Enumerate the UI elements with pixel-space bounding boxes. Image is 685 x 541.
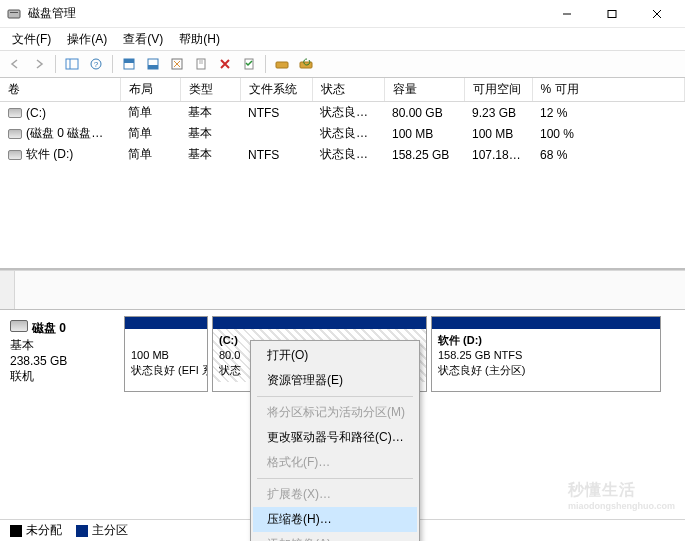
minimize-button[interactable] bbox=[544, 0, 589, 28]
view-bottom-icon[interactable] bbox=[142, 53, 164, 75]
menu-action[interactable]: 操作(A) bbox=[59, 29, 115, 50]
volume-table: 卷 布局 类型 文件系统 状态 容量 可用空间 % 可用 (C:)简单基本NTF… bbox=[0, 78, 685, 165]
back-button[interactable] bbox=[4, 53, 26, 75]
menu-file[interactable]: 文件(F) bbox=[4, 29, 59, 50]
forward-button[interactable] bbox=[28, 53, 50, 75]
svg-rect-0 bbox=[8, 10, 20, 18]
disk-status: 联机 bbox=[10, 368, 116, 385]
menubar: 文件(F) 操作(A) 查看(V) 帮助(H) bbox=[0, 28, 685, 50]
ctx-shrink[interactable]: 压缩卷(H)… bbox=[253, 507, 417, 532]
disk-meta: 磁盘 0 基本 238.35 GB 联机 bbox=[8, 316, 118, 392]
menu-help[interactable]: 帮助(H) bbox=[171, 29, 228, 50]
table-row[interactable]: 软件 (D:)简单基本NTFS状态良好 (…158.25 GB107.18 …6… bbox=[0, 144, 685, 165]
delete-icon[interactable] bbox=[214, 53, 236, 75]
swatch-black-icon bbox=[10, 525, 22, 537]
disk-size: 238.35 GB bbox=[10, 354, 116, 368]
ctx-format: 格式化(F)… bbox=[253, 450, 417, 475]
view-top-icon[interactable] bbox=[118, 53, 140, 75]
ctx-extend: 扩展卷(X)… bbox=[253, 482, 417, 507]
svg-text:?: ? bbox=[94, 60, 99, 69]
context-menu: 打开(O) 资源管理器(E) 将分区标记为活动分区(M) 更改驱动器号和路径(C… bbox=[250, 340, 420, 541]
col-pct[interactable]: % 可用 bbox=[532, 78, 685, 102]
toolbar: ? bbox=[0, 50, 685, 78]
svg-rect-19 bbox=[276, 62, 288, 68]
ctx-mark-active: 将分区标记为活动分区(M) bbox=[253, 400, 417, 425]
volume-table-wrap: 卷 布局 类型 文件系统 状态 容量 可用空间 % 可用 (C:)简单基本NTF… bbox=[0, 78, 685, 270]
disk-icon bbox=[10, 320, 28, 332]
col-volume[interactable]: 卷 bbox=[0, 78, 120, 102]
toolbar-separator bbox=[112, 55, 113, 73]
ctx-separator bbox=[257, 478, 413, 479]
ctx-mirror: 添加镜像(A)… bbox=[253, 532, 417, 541]
menu-view[interactable]: 查看(V) bbox=[115, 29, 171, 50]
legend-primary: 主分区 bbox=[76, 522, 128, 539]
ctx-separator bbox=[257, 396, 413, 397]
panel-toggle-icon[interactable] bbox=[61, 53, 83, 75]
close-button[interactable] bbox=[634, 0, 679, 28]
volume-icon bbox=[8, 108, 22, 118]
legend-unallocated: 未分配 bbox=[10, 522, 62, 539]
svg-rect-11 bbox=[124, 59, 134, 63]
properties-icon[interactable] bbox=[190, 53, 212, 75]
col-layout[interactable]: 布局 bbox=[120, 78, 180, 102]
watermark: 秒懂生活 miaodongshenghuo.com bbox=[568, 480, 675, 511]
col-type[interactable]: 类型 bbox=[180, 78, 240, 102]
ctx-change-drive[interactable]: 更改驱动器号和路径(C)… bbox=[253, 425, 417, 450]
titlebar: 磁盘管理 bbox=[0, 0, 685, 28]
swatch-blue-icon bbox=[76, 525, 88, 537]
table-row[interactable]: (磁盘 0 磁盘分区 1)简单基本状态良好 (…100 MB100 MB100 … bbox=[0, 123, 685, 144]
svg-rect-1 bbox=[10, 12, 18, 13]
ctx-explorer[interactable]: 资源管理器(E) bbox=[253, 368, 417, 393]
volume-icon bbox=[8, 150, 22, 160]
svg-rect-13 bbox=[148, 65, 158, 69]
maximize-button[interactable] bbox=[589, 0, 634, 28]
column-header-row: 卷 布局 类型 文件系统 状态 容量 可用空间 % 可用 bbox=[0, 78, 685, 102]
col-status[interactable]: 状态 bbox=[312, 78, 384, 102]
partition[interactable]: 100 MB状态良好 (EFI 系 bbox=[124, 316, 208, 392]
checklist-icon[interactable] bbox=[238, 53, 260, 75]
col-capacity[interactable]: 容量 bbox=[384, 78, 464, 102]
toolbar-separator bbox=[265, 55, 266, 73]
refresh-disk-icon[interactable] bbox=[295, 53, 317, 75]
app-icon bbox=[6, 6, 22, 22]
toolbar-separator bbox=[55, 55, 56, 73]
splitter-gap[interactable] bbox=[0, 270, 685, 310]
svg-rect-6 bbox=[66, 59, 78, 69]
partition[interactable]: 软件 (D:)158.25 GB NTFS状态良好 (主分区) bbox=[431, 316, 661, 392]
svg-rect-3 bbox=[608, 10, 616, 17]
settings-icon[interactable] bbox=[166, 53, 188, 75]
disk-icon[interactable] bbox=[271, 53, 293, 75]
col-filesystem[interactable]: 文件系统 bbox=[240, 78, 312, 102]
table-row[interactable]: (C:)简单基本NTFS状态良好 (…80.00 GB9.23 GB12 % bbox=[0, 102, 685, 124]
disk-type: 基本 bbox=[10, 337, 116, 354]
volume-icon bbox=[8, 129, 22, 139]
help-icon[interactable]: ? bbox=[85, 53, 107, 75]
window-title: 磁盘管理 bbox=[28, 5, 76, 22]
col-free[interactable]: 可用空间 bbox=[464, 78, 532, 102]
disk-name: 磁盘 0 bbox=[32, 321, 66, 335]
ctx-open[interactable]: 打开(O) bbox=[253, 343, 417, 368]
